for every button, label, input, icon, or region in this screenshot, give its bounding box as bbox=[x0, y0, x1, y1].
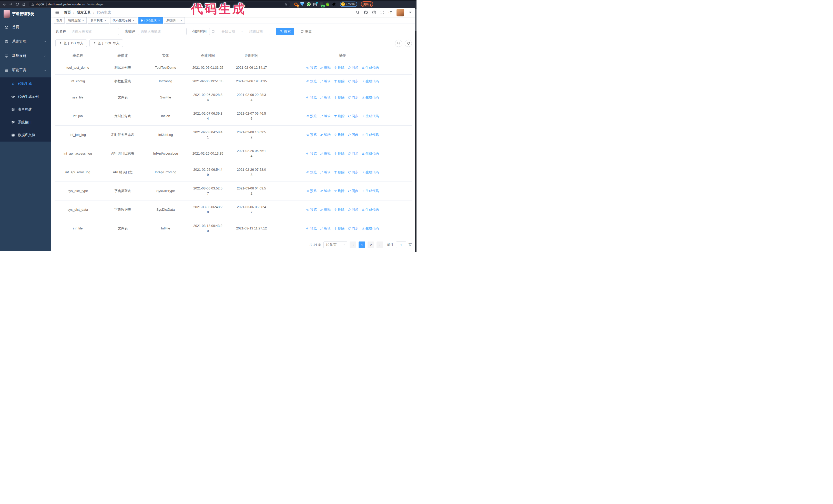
action-eye[interactable]: 预览 bbox=[306, 114, 317, 119]
action-edit[interactable]: 编辑 bbox=[320, 79, 331, 84]
prev-page-button[interactable] bbox=[350, 241, 356, 248]
extension-columns-drop-icon[interactable] bbox=[313, 2, 317, 6]
action-trash[interactable]: 删除 bbox=[334, 95, 344, 100]
avatar-caret-down-icon[interactable] bbox=[408, 10, 412, 15]
hamburger-icon[interactable] bbox=[55, 10, 60, 15]
tab-close-icon[interactable]: × bbox=[82, 19, 84, 22]
browser-back-icon[interactable] bbox=[3, 2, 6, 6]
action-edit[interactable]: 编辑 bbox=[320, 226, 331, 231]
action-generate-code[interactable]: 生成代码 bbox=[362, 95, 379, 100]
extension-gem-icon[interactable] bbox=[300, 2, 304, 6]
sidebar-item-devtools[interactable]: 研发工具 bbox=[0, 63, 51, 77]
tab-3[interactable]: 代码生成示例× bbox=[110, 17, 137, 24]
tab-1[interactable]: 链路追踪× bbox=[66, 17, 87, 24]
scrollbar-thumb[interactable] bbox=[415, 9, 416, 31]
action-edit[interactable]: 编辑 bbox=[320, 188, 331, 194]
action-generate-code[interactable]: 生成代码 bbox=[362, 226, 379, 231]
action-edit[interactable]: 编辑 bbox=[320, 95, 331, 100]
sidebar-subitem-2[interactable]: 表单构建 bbox=[0, 103, 51, 116]
tab-close-icon[interactable]: × bbox=[180, 19, 183, 22]
action-edit[interactable]: 编辑 bbox=[320, 151, 331, 156]
sidebar-item-infra[interactable]: 基础设施 bbox=[0, 49, 51, 63]
action-edit[interactable]: 编辑 bbox=[320, 170, 331, 175]
action-generate-code[interactable]: 生成代码 bbox=[362, 65, 379, 70]
page-size-select[interactable]: 10条/页 bbox=[324, 241, 347, 248]
next-page-button[interactable] bbox=[377, 241, 383, 248]
action-eye[interactable]: 预览 bbox=[306, 95, 317, 100]
user-avatar[interactable] bbox=[397, 9, 404, 17]
action-sync[interactable]: 同步 bbox=[348, 170, 358, 175]
app-logo[interactable]: 芋道管理系统 bbox=[0, 8, 51, 20]
toggle-search-button[interactable] bbox=[395, 40, 402, 47]
action-trash[interactable]: 删除 bbox=[334, 79, 344, 84]
import-db-button[interactable]: 基于 DB 导入 bbox=[55, 40, 87, 47]
url-path[interactable]: /tool/codegen bbox=[87, 3, 104, 6]
sidebar-subitem-4[interactable]: 数据库文档 bbox=[0, 129, 51, 142]
breadcrumb-item[interactable]: 研发工具 bbox=[77, 10, 91, 15]
action-eye[interactable]: 预览 bbox=[306, 170, 317, 175]
import-sql-button[interactable]: 基于 SQL 导入 bbox=[90, 40, 123, 47]
page-button-1[interactable]: 1 bbox=[359, 241, 365, 248]
action-trash[interactable]: 删除 bbox=[334, 65, 344, 70]
sidebar-subitem-1[interactable]: 代码生成示例 bbox=[0, 90, 51, 103]
action-sync[interactable]: 同步 bbox=[348, 151, 358, 156]
extension-dark-on-icon[interactable]: on bbox=[319, 2, 324, 6]
action-generate-code[interactable]: 生成代码 bbox=[362, 151, 379, 156]
browser-menu-dots-icon[interactable] bbox=[370, 3, 371, 6]
browser-update-button[interactable]: 更新 bbox=[361, 1, 373, 7]
action-trash[interactable]: 删除 bbox=[334, 170, 344, 175]
action-edit[interactable]: 编辑 bbox=[320, 207, 331, 212]
action-eye[interactable]: 预览 bbox=[306, 226, 317, 231]
header-search-icon[interactable] bbox=[356, 10, 360, 15]
breadcrumb-item[interactable]: 首页 bbox=[64, 10, 71, 15]
action-sync[interactable]: 同步 bbox=[348, 132, 358, 137]
bookmark-star-icon[interactable] bbox=[284, 3, 288, 6]
action-generate-code[interactable]: 生成代码 bbox=[362, 188, 379, 194]
github-icon[interactable] bbox=[364, 10, 368, 15]
profile-chip[interactable]: 已暂停 bbox=[340, 2, 357, 7]
extensions-puzzle-icon[interactable] bbox=[332, 2, 336, 6]
action-sync[interactable]: 同步 bbox=[348, 79, 358, 84]
sidebar-item-home[interactable]: 首页 bbox=[0, 20, 51, 34]
action-edit[interactable]: 编辑 bbox=[320, 65, 331, 70]
action-eye[interactable]: 预览 bbox=[306, 65, 317, 70]
fullscreen-icon[interactable] bbox=[380, 10, 384, 15]
tab-5[interactable]: 系统接口× bbox=[164, 17, 185, 24]
url-host[interactable]: dashboard.yudao.iocoder.cn bbox=[48, 3, 85, 6]
action-generate-code[interactable]: 生成代码 bbox=[362, 132, 379, 137]
action-edit[interactable]: 编辑 bbox=[320, 114, 331, 119]
action-sync[interactable]: 同步 bbox=[348, 207, 358, 212]
action-generate-code[interactable]: 生成代码 bbox=[362, 207, 379, 212]
action-trash[interactable]: 删除 bbox=[334, 151, 344, 156]
refresh-table-button[interactable] bbox=[405, 40, 412, 47]
tab-close-icon[interactable]: × bbox=[158, 19, 160, 22]
extension-alien-icon[interactable] bbox=[326, 2, 330, 6]
sidebar-item-system[interactable]: 系统管理 bbox=[0, 34, 51, 49]
date-range-picker[interactable]: 开始日期 - 结束日期 bbox=[209, 28, 270, 35]
help-icon[interactable] bbox=[372, 10, 376, 15]
sidebar-subitem-3[interactable]: 系统接口 bbox=[0, 116, 51, 129]
browser-scrollbar[interactable] bbox=[415, 8, 416, 252]
action-generate-code[interactable]: 生成代码 bbox=[362, 114, 379, 119]
table-name-input[interactable] bbox=[69, 28, 119, 35]
reset-button[interactable]: 重置 bbox=[297, 28, 315, 35]
action-trash[interactable]: 删除 bbox=[334, 188, 344, 194]
action-sync[interactable]: 同步 bbox=[348, 188, 358, 194]
action-trash[interactable]: 删除 bbox=[334, 226, 344, 231]
sidebar-subitem-0[interactable]: 代码生成 bbox=[0, 77, 51, 90]
action-eye[interactable]: 预览 bbox=[306, 132, 317, 137]
browser-forward-icon[interactable] bbox=[9, 2, 13, 6]
start-date-placeholder[interactable]: 开始日期 bbox=[216, 29, 240, 34]
security-label[interactable]: 不安全 bbox=[36, 2, 45, 6]
extension-orange-ring-icon[interactable]: 1 bbox=[294, 2, 298, 6]
tab-close-icon[interactable]: × bbox=[104, 19, 106, 22]
font-size-icon[interactable] bbox=[388, 10, 392, 15]
action-eye[interactable]: 预览 bbox=[306, 79, 317, 84]
action-trash[interactable]: 删除 bbox=[334, 132, 344, 137]
action-generate-code[interactable]: 生成代码 bbox=[362, 79, 379, 84]
search-button[interactable]: 搜索 bbox=[276, 28, 294, 35]
end-date-placeholder[interactable]: 结束日期 bbox=[244, 29, 268, 34]
extension-green-check-icon[interactable]: ✓ bbox=[307, 2, 311, 6]
action-eye[interactable]: 预览 bbox=[306, 207, 317, 212]
action-trash[interactable]: 删除 bbox=[334, 114, 344, 119]
